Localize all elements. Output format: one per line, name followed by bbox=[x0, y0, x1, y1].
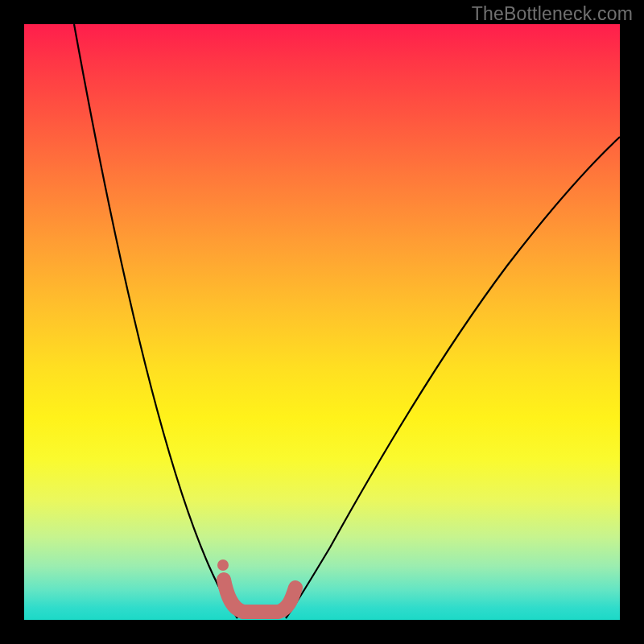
plot-area bbox=[24, 24, 620, 620]
chart-frame: TheBottleneck.com bbox=[0, 0, 644, 644]
right-curve bbox=[286, 137, 620, 618]
left-curve bbox=[74, 24, 237, 618]
watermark-text: TheBottleneck.com bbox=[472, 3, 633, 25]
curve-layer bbox=[24, 24, 620, 620]
highlight-u bbox=[224, 580, 295, 612]
highlight-dot bbox=[217, 559, 229, 571]
